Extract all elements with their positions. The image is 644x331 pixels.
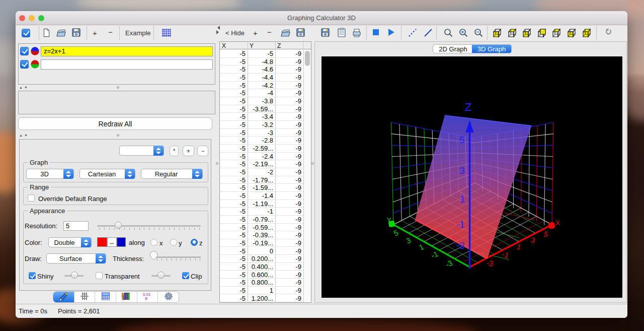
svg-text:#: # [145,296,147,301]
svg-text:Z: Z [465,101,471,113]
svg-text:1: 1 [460,194,465,205]
svg-text:3: 3 [459,165,465,176]
svg-text:-1: -1 [456,219,465,230]
svg-text:-3: -3 [456,240,465,251]
svg-text:Y: Y [387,216,391,224]
svg-text:5: 5 [459,135,465,145]
svg-text:X: X [555,219,560,227]
